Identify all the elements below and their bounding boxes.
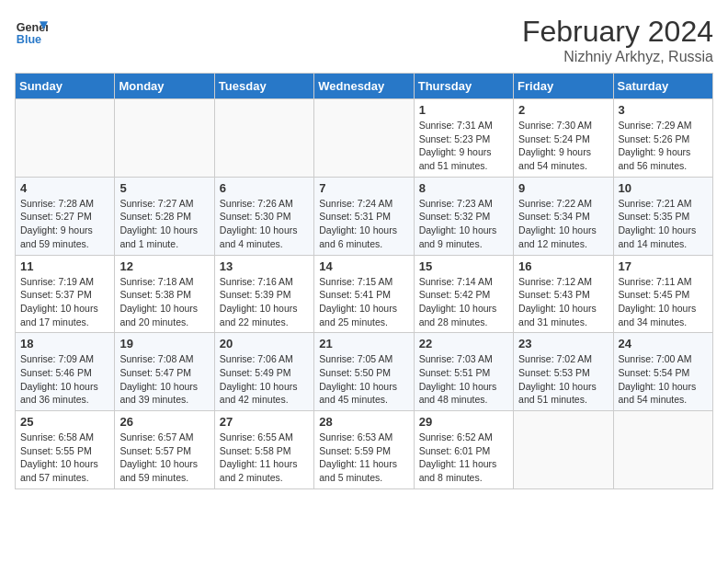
calendar-cell: 18Sunrise: 7:09 AMSunset: 5:46 PMDayligh… <box>16 333 115 411</box>
calendar-cell <box>613 411 712 489</box>
calendar-cell: 4Sunrise: 7:28 AMSunset: 5:27 PMDaylight… <box>16 177 115 255</box>
calendar-cell: 5Sunrise: 7:27 AMSunset: 5:28 PMDaylight… <box>115 177 214 255</box>
day-info: Sunrise: 6:53 AMSunset: 5:59 PMDaylight:… <box>319 431 408 485</box>
day-number: 2 <box>518 103 608 117</box>
calendar-cell: 14Sunrise: 7:15 AMSunset: 5:41 PMDayligh… <box>314 255 414 333</box>
calendar-cell: 23Sunrise: 7:02 AMSunset: 5:53 PMDayligh… <box>514 333 613 411</box>
day-number: 15 <box>419 259 508 273</box>
day-number: 7 <box>319 181 408 195</box>
day-info: Sunrise: 7:16 AMSunset: 5:39 PMDaylight:… <box>220 275 309 329</box>
calendar-cell: 8Sunrise: 7:23 AMSunset: 5:32 PMDaylight… <box>414 177 513 255</box>
logo-icon: General Blue <box>15 15 48 48</box>
day-info: Sunrise: 7:14 AMSunset: 5:42 PMDaylight:… <box>419 275 508 329</box>
week-row-3: 11Sunrise: 7:19 AMSunset: 5:37 PMDayligh… <box>16 255 713 333</box>
week-row-4: 18Sunrise: 7:09 AMSunset: 5:46 PMDayligh… <box>16 333 713 411</box>
weekday-header-friday: Friday <box>514 74 613 99</box>
day-number: 14 <box>319 259 408 273</box>
calendar-cell: 7Sunrise: 7:24 AMSunset: 5:31 PMDaylight… <box>314 177 414 255</box>
calendar-cell <box>214 99 313 178</box>
calendar-cell: 15Sunrise: 7:14 AMSunset: 5:42 PMDayligh… <box>414 255 513 333</box>
weekday-header-saturday: Saturday <box>613 74 712 99</box>
day-number: 10 <box>619 181 708 195</box>
calendar-cell <box>514 411 613 489</box>
day-number: 12 <box>119 259 209 273</box>
day-info: Sunrise: 6:55 AMSunset: 5:58 PMDaylight:… <box>220 431 309 485</box>
day-info: Sunrise: 7:23 AMSunset: 5:32 PMDaylight:… <box>419 197 508 251</box>
month-title: February 2024 <box>522 15 713 49</box>
calendar-cell: 20Sunrise: 7:06 AMSunset: 5:49 PMDayligh… <box>214 333 313 411</box>
week-row-1: 1Sunrise: 7:31 AMSunset: 5:23 PMDaylight… <box>16 99 713 178</box>
logo: General Blue <box>15 15 48 48</box>
week-row-2: 4Sunrise: 7:28 AMSunset: 5:27 PMDaylight… <box>16 177 713 255</box>
weekday-header-sunday: Sunday <box>16 74 115 99</box>
day-number: 3 <box>619 103 708 117</box>
day-info: Sunrise: 7:11 AMSunset: 5:45 PMDaylight:… <box>619 275 708 329</box>
day-number: 13 <box>220 259 309 273</box>
calendar-cell: 28Sunrise: 6:53 AMSunset: 5:59 PMDayligh… <box>314 411 414 489</box>
day-info: Sunrise: 7:18 AMSunset: 5:38 PMDaylight:… <box>119 275 209 329</box>
week-row-5: 25Sunrise: 6:58 AMSunset: 5:55 PMDayligh… <box>16 411 713 489</box>
day-info: Sunrise: 7:21 AMSunset: 5:35 PMDaylight:… <box>619 197 708 251</box>
day-number: 26 <box>119 415 209 429</box>
calendar-cell: 12Sunrise: 7:18 AMSunset: 5:38 PMDayligh… <box>115 255 214 333</box>
day-number: 28 <box>319 415 408 429</box>
weekday-header-wednesday: Wednesday <box>314 74 414 99</box>
day-info: Sunrise: 7:08 AMSunset: 5:47 PMDaylight:… <box>119 352 209 407</box>
day-number: 29 <box>419 415 508 429</box>
day-info: Sunrise: 7:19 AMSunset: 5:37 PMDaylight:… <box>20 275 109 329</box>
calendar-cell: 27Sunrise: 6:55 AMSunset: 5:58 PMDayligh… <box>214 411 313 489</box>
calendar-cell: 6Sunrise: 7:26 AMSunset: 5:30 PMDaylight… <box>214 177 313 255</box>
day-number: 4 <box>20 181 109 195</box>
header: General Blue February 2024 Nizhniy Arkhy… <box>15 15 713 65</box>
day-number: 19 <box>119 337 209 350</box>
calendar-cell: 19Sunrise: 7:08 AMSunset: 5:47 PMDayligh… <box>115 333 214 411</box>
day-number: 8 <box>419 181 508 195</box>
day-info: Sunrise: 7:03 AMSunset: 5:51 PMDaylight:… <box>419 352 508 407</box>
calendar-cell: 29Sunrise: 6:52 AMSunset: 6:01 PMDayligh… <box>414 411 513 489</box>
day-info: Sunrise: 7:06 AMSunset: 5:49 PMDaylight:… <box>220 352 309 407</box>
day-info: Sunrise: 7:02 AMSunset: 5:53 PMDaylight:… <box>518 352 608 407</box>
day-number: 9 <box>518 181 608 195</box>
calendar-cell <box>16 99 115 178</box>
calendar-cell: 10Sunrise: 7:21 AMSunset: 5:35 PMDayligh… <box>613 177 712 255</box>
day-number: 22 <box>419 337 508 350</box>
day-info: Sunrise: 7:00 AMSunset: 5:54 PMDaylight:… <box>619 352 708 407</box>
day-info: Sunrise: 7:22 AMSunset: 5:34 PMDaylight:… <box>518 197 608 251</box>
day-number: 16 <box>518 259 608 273</box>
title-area: February 2024 Nizhniy Arkhyz, Russia <box>522 15 713 65</box>
calendar-cell: 24Sunrise: 7:00 AMSunset: 5:54 PMDayligh… <box>613 333 712 411</box>
day-number: 11 <box>20 259 109 273</box>
location-title: Nizhniy Arkhyz, Russia <box>522 49 713 65</box>
day-number: 24 <box>619 337 708 350</box>
day-number: 25 <box>20 415 109 429</box>
calendar-table: SundayMondayTuesdayWednesdayThursdayFrid… <box>15 73 713 489</box>
svg-text:Blue: Blue <box>17 33 41 46</box>
weekday-header-tuesday: Tuesday <box>214 74 313 99</box>
calendar-cell: 2Sunrise: 7:30 AMSunset: 5:24 PMDaylight… <box>514 99 613 178</box>
calendar-cell <box>115 99 214 178</box>
day-number: 1 <box>419 103 508 117</box>
calendar-cell: 3Sunrise: 7:29 AMSunset: 5:26 PMDaylight… <box>613 99 712 178</box>
day-number: 5 <box>119 181 209 195</box>
day-info: Sunrise: 7:26 AMSunset: 5:30 PMDaylight:… <box>220 197 309 251</box>
calendar-cell: 25Sunrise: 6:58 AMSunset: 5:55 PMDayligh… <box>16 411 115 489</box>
calendar-cell: 22Sunrise: 7:03 AMSunset: 5:51 PMDayligh… <box>414 333 513 411</box>
day-number: 17 <box>619 259 708 273</box>
calendar-cell: 21Sunrise: 7:05 AMSunset: 5:50 PMDayligh… <box>314 333 414 411</box>
calendar-cell: 26Sunrise: 6:57 AMSunset: 5:57 PMDayligh… <box>115 411 214 489</box>
day-info: Sunrise: 7:27 AMSunset: 5:28 PMDaylight:… <box>119 197 209 251</box>
calendar-cell: 16Sunrise: 7:12 AMSunset: 5:43 PMDayligh… <box>514 255 613 333</box>
day-info: Sunrise: 7:15 AMSunset: 5:41 PMDaylight:… <box>319 275 408 329</box>
calendar-cell: 13Sunrise: 7:16 AMSunset: 5:39 PMDayligh… <box>214 255 313 333</box>
weekday-header-thursday: Thursday <box>414 74 513 99</box>
day-info: Sunrise: 6:52 AMSunset: 6:01 PMDaylight:… <box>419 431 508 485</box>
day-info: Sunrise: 7:12 AMSunset: 5:43 PMDaylight:… <box>518 275 608 329</box>
day-number: 18 <box>20 337 109 350</box>
calendar-cell: 17Sunrise: 7:11 AMSunset: 5:45 PMDayligh… <box>613 255 712 333</box>
weekday-header-row: SundayMondayTuesdayWednesdayThursdayFrid… <box>16 74 713 99</box>
day-info: Sunrise: 7:29 AMSunset: 5:26 PMDaylight:… <box>619 119 708 173</box>
day-number: 23 <box>518 337 608 350</box>
day-info: Sunrise: 7:09 AMSunset: 5:46 PMDaylight:… <box>20 352 109 407</box>
weekday-header-monday: Monday <box>115 74 214 99</box>
calendar-cell: 1Sunrise: 7:31 AMSunset: 5:23 PMDaylight… <box>414 99 513 178</box>
